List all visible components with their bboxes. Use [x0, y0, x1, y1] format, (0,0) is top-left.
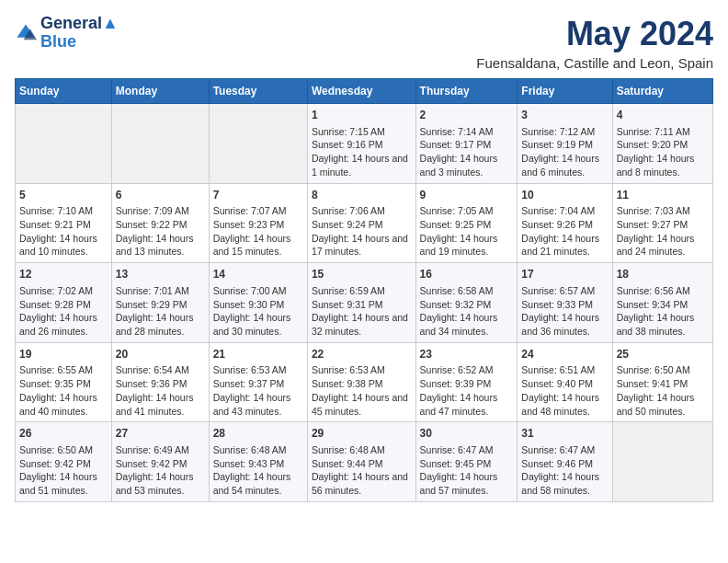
- daylight-text: Daylight: 14 hours and 47 minutes.: [420, 391, 514, 418]
- day-number: 17: [521, 267, 608, 282]
- sunset-text: Sunset: 9:27 PM: [617, 218, 709, 232]
- calendar-cell: 24Sunrise: 6:51 AMSunset: 9:40 PMDayligh…: [518, 342, 612, 422]
- logo-text: General▲ Blue: [40, 15, 119, 52]
- sunset-text: Sunset: 9:16 PM: [312, 138, 412, 152]
- title-area: May 2024 Fuensaldana, Castille and Leon,…: [476, 15, 713, 71]
- weekday-header: Tuesday: [209, 79, 307, 104]
- daylight-text: Daylight: 14 hours and 45 minutes.: [312, 391, 412, 418]
- day-number: 22: [312, 347, 412, 362]
- sunset-text: Sunset: 9:20 PM: [617, 138, 709, 152]
- sunrise-text: Sunrise: 7:14 AM: [420, 125, 514, 139]
- daylight-text: Daylight: 14 hours and 3 minutes.: [420, 152, 514, 178]
- daylight-text: Daylight: 14 hours and 51 minutes.: [19, 470, 108, 497]
- sunrise-text: Sunrise: 7:02 AM: [19, 284, 108, 298]
- sunrise-text: Sunrise: 7:15 AM: [312, 125, 412, 139]
- calendar-cell: 14Sunrise: 7:00 AMSunset: 9:30 PMDayligh…: [209, 263, 307, 343]
- sunset-text: Sunset: 9:34 PM: [617, 298, 709, 312]
- sunset-text: Sunset: 9:43 PM: [213, 457, 303, 471]
- day-number: 25: [617, 347, 709, 362]
- day-number: 10: [521, 188, 608, 203]
- sunset-text: Sunset: 9:33 PM: [521, 298, 608, 312]
- calendar-cell: 4Sunrise: 7:11 AMSunset: 9:20 PMDaylight…: [612, 104, 712, 184]
- daylight-text: Daylight: 14 hours and 38 minutes.: [617, 311, 709, 338]
- day-number: 28: [213, 426, 303, 442]
- calendar-cell: [209, 104, 307, 184]
- calendar-cell: 6Sunrise: 7:09 AMSunset: 9:22 PMDaylight…: [111, 183, 209, 263]
- daylight-text: Daylight: 14 hours and 1 minute.: [312, 152, 412, 178]
- day-number: 24: [521, 347, 608, 362]
- day-number: 4: [617, 108, 709, 123]
- day-number: 30: [420, 426, 514, 442]
- calendar-cell: 19Sunrise: 6:55 AMSunset: 9:35 PMDayligh…: [16, 342, 112, 422]
- sunrise-text: Sunrise: 6:52 AM: [420, 363, 514, 377]
- sunset-text: Sunset: 9:32 PM: [420, 298, 514, 312]
- calendar-cell: 10Sunrise: 7:04 AMSunset: 9:26 PMDayligh…: [518, 183, 612, 263]
- calendar-cell: 16Sunrise: 6:58 AMSunset: 9:32 PMDayligh…: [415, 263, 518, 343]
- sunset-text: Sunset: 9:30 PM: [213, 298, 303, 312]
- calendar-cell: 17Sunrise: 6:57 AMSunset: 9:33 PMDayligh…: [518, 263, 612, 343]
- day-number: 11: [617, 188, 709, 203]
- daylight-text: Daylight: 14 hours and 26 minutes.: [19, 311, 108, 338]
- sunrise-text: Sunrise: 7:07 AM: [213, 204, 303, 218]
- daylight-text: Daylight: 14 hours and 8 minutes.: [617, 152, 709, 178]
- sunrise-text: Sunrise: 6:56 AM: [617, 284, 709, 298]
- sunrise-text: Sunrise: 6:47 AM: [521, 443, 608, 457]
- daylight-text: Daylight: 14 hours and 36 minutes.: [521, 311, 608, 338]
- sunrise-text: Sunrise: 6:54 AM: [116, 363, 205, 377]
- day-number: 5: [19, 188, 108, 203]
- day-number: 2: [420, 108, 514, 123]
- daylight-text: Daylight: 14 hours and 32 minutes.: [312, 311, 412, 338]
- calendar-cell: 21Sunrise: 6:53 AMSunset: 9:37 PMDayligh…: [209, 342, 307, 422]
- day-number: 13: [116, 267, 205, 282]
- calendar-cell: 1Sunrise: 7:15 AMSunset: 9:16 PMDaylight…: [307, 104, 415, 184]
- day-number: 15: [312, 267, 412, 282]
- day-number: 29: [312, 426, 412, 442]
- daylight-text: Daylight: 14 hours and 58 minutes.: [521, 470, 608, 497]
- sunrise-text: Sunrise: 7:05 AM: [420, 204, 514, 218]
- daylight-text: Daylight: 14 hours and 21 minutes.: [521, 232, 608, 259]
- day-number: 3: [521, 108, 608, 123]
- calendar-cell: 13Sunrise: 7:01 AMSunset: 9:29 PMDayligh…: [111, 263, 209, 343]
- day-number: 26: [19, 426, 108, 442]
- calendar-cell: 15Sunrise: 6:59 AMSunset: 9:31 PMDayligh…: [307, 263, 415, 343]
- sunrise-text: Sunrise: 6:47 AM: [420, 443, 514, 457]
- calendar-week-row: 12Sunrise: 7:02 AMSunset: 9:28 PMDayligh…: [16, 263, 713, 343]
- calendar-cell: 2Sunrise: 7:14 AMSunset: 9:17 PMDaylight…: [415, 104, 518, 184]
- daylight-text: Daylight: 14 hours and 10 minutes.: [19, 232, 108, 259]
- daylight-text: Daylight: 14 hours and 34 minutes.: [420, 311, 514, 338]
- calendar-cell: 26Sunrise: 6:50 AMSunset: 9:42 PMDayligh…: [16, 422, 112, 502]
- header: General▲ Blue May 2024 Fuensaldana, Cast…: [15, 15, 713, 71]
- main-title: May 2024: [476, 15, 713, 53]
- sunrise-text: Sunrise: 6:50 AM: [617, 363, 709, 377]
- sunrise-text: Sunrise: 6:49 AM: [116, 443, 205, 457]
- daylight-text: Daylight: 14 hours and 6 minutes.: [521, 152, 608, 178]
- calendar-cell: 31Sunrise: 6:47 AMSunset: 9:46 PMDayligh…: [518, 422, 612, 502]
- daylight-text: Daylight: 14 hours and 54 minutes.: [213, 470, 303, 497]
- calendar-cell: 27Sunrise: 6:49 AMSunset: 9:42 PMDayligh…: [111, 422, 209, 502]
- sunset-text: Sunset: 9:45 PM: [420, 457, 514, 471]
- sunset-text: Sunset: 9:35 PM: [19, 377, 108, 391]
- daylight-text: Daylight: 14 hours and 15 minutes.: [213, 232, 303, 259]
- day-number: 16: [420, 267, 514, 282]
- daylight-text: Daylight: 14 hours and 24 minutes.: [617, 232, 709, 259]
- sunrise-text: Sunrise: 6:48 AM: [312, 443, 412, 457]
- calendar-cell: 22Sunrise: 6:53 AMSunset: 9:38 PMDayligh…: [307, 342, 415, 422]
- sunrise-text: Sunrise: 6:57 AM: [521, 284, 608, 298]
- daylight-text: Daylight: 14 hours and 43 minutes.: [213, 391, 303, 418]
- sunset-text: Sunset: 9:41 PM: [617, 377, 709, 391]
- calendar-cell: 25Sunrise: 6:50 AMSunset: 9:41 PMDayligh…: [612, 342, 712, 422]
- sunrise-text: Sunrise: 6:58 AM: [420, 284, 514, 298]
- weekday-header-row: SundayMondayTuesdayWednesdayThursdayFrid…: [16, 79, 713, 104]
- day-number: 20: [116, 347, 205, 362]
- calendar-table: SundayMondayTuesdayWednesdayThursdayFrid…: [15, 78, 713, 502]
- daylight-text: Daylight: 14 hours and 17 minutes.: [312, 232, 412, 259]
- calendar-cell: 11Sunrise: 7:03 AMSunset: 9:27 PMDayligh…: [612, 183, 712, 263]
- sunrise-text: Sunrise: 7:00 AM: [213, 284, 303, 298]
- sunset-text: Sunset: 9:42 PM: [116, 457, 205, 471]
- calendar-cell: 29Sunrise: 6:48 AMSunset: 9:44 PMDayligh…: [307, 422, 415, 502]
- calendar-week-row: 19Sunrise: 6:55 AMSunset: 9:35 PMDayligh…: [16, 342, 713, 422]
- day-number: 19: [19, 347, 108, 362]
- day-number: 14: [213, 267, 303, 282]
- day-number: 12: [19, 267, 108, 282]
- day-number: 7: [213, 188, 303, 203]
